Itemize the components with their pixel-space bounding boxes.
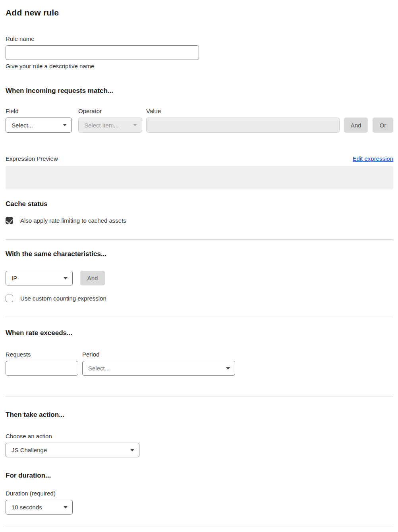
requests-input[interactable] xyxy=(6,361,78,376)
or-button[interactable]: Or xyxy=(373,118,393,133)
custom-counting-label: Use custom counting expression xyxy=(20,295,106,302)
chevron-down-icon xyxy=(226,367,230,370)
action-section-heading: Then take action... xyxy=(6,411,393,419)
match-section-heading: When incoming requests match... xyxy=(6,87,393,95)
chevron-down-icon xyxy=(63,124,67,126)
add-rule-form: Add new rule Rule name Give your rule a … xyxy=(0,0,398,532)
field-select[interactable]: Select... xyxy=(6,118,72,133)
rule-name-input[interactable] xyxy=(6,45,199,60)
value-label: Value xyxy=(146,108,340,114)
characteristics-and-button[interactable]: And xyxy=(80,271,105,285)
period-label: Period xyxy=(82,351,235,358)
requests-label: Requests xyxy=(6,351,78,358)
section-divider xyxy=(6,397,393,397)
custom-counting-checkbox[interactable] xyxy=(6,295,13,302)
edit-expression-link[interactable]: Edit expression xyxy=(352,155,393,162)
action-select[interactable]: JS Challenge xyxy=(6,443,139,457)
section-divider xyxy=(6,239,393,240)
page-title: Add new rule xyxy=(6,8,393,17)
operator-select-value: Select item... xyxy=(84,122,119,129)
operator-select: Select item... xyxy=(78,118,142,133)
characteristics-select[interactable]: IP xyxy=(6,271,73,285)
action-select-value: JS Challenge xyxy=(12,447,47,453)
expression-preview-box xyxy=(6,166,393,189)
duration-select-value: 10 seconds xyxy=(12,504,42,511)
cache-section-heading: Cache status xyxy=(6,200,393,208)
cache-checkbox-label: Also apply rate limiting to cached asset… xyxy=(20,217,126,224)
expression-preview-label: Expression Preview xyxy=(6,155,58,162)
duration-section-heading: For duration... xyxy=(6,472,393,480)
chevron-down-icon xyxy=(130,449,134,451)
section-divider xyxy=(6,317,393,317)
and-button[interactable]: And xyxy=(344,118,368,133)
cache-checkbox[interactable] xyxy=(6,217,13,224)
value-input xyxy=(146,118,340,133)
chevron-down-icon xyxy=(64,506,68,509)
rate-section-heading: When rate exceeds... xyxy=(6,329,393,337)
action-label: Choose an action xyxy=(6,433,393,439)
chevron-down-icon xyxy=(64,277,68,279)
duration-select[interactable]: 10 seconds xyxy=(6,500,73,515)
period-select[interactable]: Select... xyxy=(82,361,235,376)
characteristics-select-value: IP xyxy=(12,275,17,281)
rule-name-label: Rule name xyxy=(6,35,393,42)
operator-label: Operator xyxy=(78,108,142,114)
duration-label: Duration (required) xyxy=(6,490,393,497)
period-select-value: Select... xyxy=(88,365,110,372)
footer-divider xyxy=(6,527,393,527)
rule-name-help: Give your rule a descriptive name xyxy=(6,63,393,69)
chevron-down-icon xyxy=(133,124,137,126)
field-label: Field xyxy=(6,108,72,114)
field-select-value: Select... xyxy=(12,122,33,129)
characteristics-section-heading: With the same characteristics... xyxy=(6,250,393,258)
